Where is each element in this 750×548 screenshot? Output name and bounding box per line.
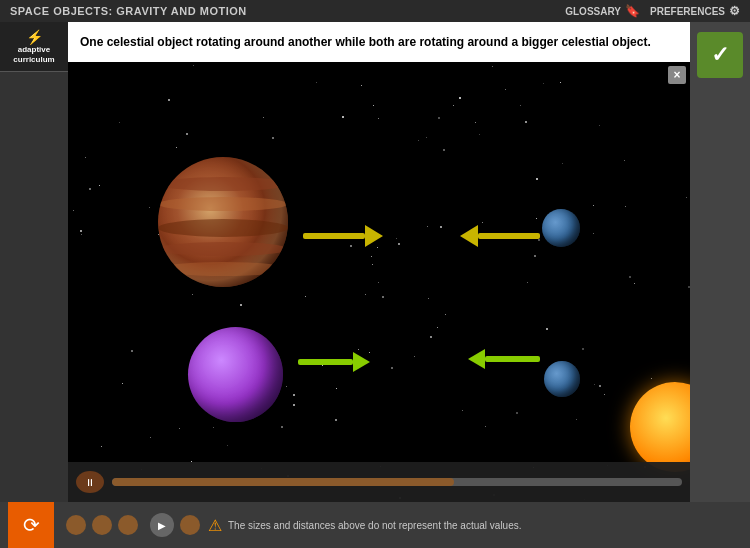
star — [527, 282, 528, 283]
star — [576, 419, 577, 420]
glossary-button[interactable]: GLOSSARY 🔖 — [565, 4, 640, 18]
star — [505, 89, 506, 90]
progress-bar-fill — [112, 478, 454, 486]
sidebar-right: ✓ — [690, 22, 750, 502]
jupiter-planet — [158, 157, 288, 287]
arrow-right-2 — [298, 352, 370, 372]
star — [240, 304, 242, 306]
star — [286, 386, 287, 387]
jupiter-band — [158, 262, 288, 276]
star — [131, 350, 133, 352]
star — [437, 327, 438, 328]
star — [192, 294, 193, 295]
star — [534, 255, 536, 257]
logo-icon: ⚡ — [26, 29, 43, 45]
star — [593, 205, 594, 206]
star — [651, 378, 652, 379]
svg-marker-6 — [468, 349, 485, 369]
animation-container: × — [68, 62, 690, 502]
dot-button-1[interactable] — [66, 515, 86, 535]
star — [624, 160, 625, 161]
star — [213, 427, 214, 428]
star — [371, 256, 372, 257]
star — [372, 264, 373, 265]
star — [430, 336, 432, 338]
star — [335, 419, 337, 421]
star — [418, 140, 419, 141]
small-planet-bottom — [544, 361, 580, 397]
star — [492, 66, 493, 67]
star — [119, 122, 120, 123]
star — [462, 410, 463, 411]
star — [516, 412, 518, 414]
star — [378, 282, 379, 283]
star — [438, 117, 440, 119]
star — [536, 178, 538, 180]
star — [396, 238, 397, 239]
info-bar: One celestial object rotating around ano… — [68, 22, 690, 62]
star — [479, 134, 480, 135]
star — [150, 437, 151, 438]
star — [80, 230, 82, 232]
dot-button-3[interactable] — [118, 515, 138, 535]
jupiter-band — [158, 177, 288, 191]
play-button-bottom[interactable]: ▶ — [150, 513, 174, 537]
star — [625, 206, 626, 207]
star — [281, 426, 283, 428]
star — [99, 185, 100, 186]
star — [582, 348, 584, 350]
preferences-button[interactable]: PREFERENCES ⚙ — [650, 4, 740, 18]
jupiter-band — [158, 197, 288, 211]
star — [391, 367, 393, 369]
star — [305, 296, 306, 297]
sidebar-left: ⚡ adaptive curriculum — [0, 22, 68, 502]
svg-rect-7 — [485, 356, 540, 362]
reset-button[interactable]: ⟳ — [8, 502, 54, 548]
star — [453, 105, 454, 106]
star — [427, 226, 428, 227]
checkmark-button[interactable]: ✓ — [697, 32, 743, 78]
star — [686, 197, 687, 198]
play-pause-button[interactable]: ⏸ — [76, 471, 104, 493]
star — [73, 210, 74, 211]
dot-button-4[interactable] — [180, 515, 200, 535]
star — [594, 384, 595, 385]
star — [485, 426, 486, 427]
star — [475, 122, 476, 123]
svg-marker-1 — [365, 225, 383, 247]
arrow-right-1 — [303, 225, 383, 247]
star — [101, 446, 102, 447]
svg-rect-0 — [303, 233, 365, 239]
star — [543, 83, 544, 84]
star — [186, 133, 188, 135]
content-area: ⚡ adaptive curriculum One celestial obje… — [0, 22, 750, 502]
app-title: SPACE OBJECTS: GRAVITY AND MOTION — [10, 5, 247, 17]
svg-marker-2 — [460, 225, 478, 247]
top-bar: SPACE OBJECTS: GRAVITY AND MOTION GLOSSA… — [0, 0, 750, 22]
close-button[interactable]: × — [668, 66, 686, 84]
star — [81, 234, 82, 235]
star — [426, 137, 427, 138]
star — [634, 283, 635, 284]
logo-area: ⚡ adaptive curriculum — [0, 22, 68, 72]
checkmark-icon: ✓ — [711, 42, 729, 68]
star — [316, 82, 317, 83]
dot-button-2[interactable] — [92, 515, 112, 535]
star — [373, 105, 374, 106]
star — [599, 125, 600, 126]
star — [525, 121, 527, 123]
warning-text: The sizes and distances above do not rep… — [228, 520, 522, 531]
small-planet-top — [542, 209, 580, 247]
jupiter-band — [158, 219, 288, 237]
star — [176, 147, 177, 148]
star — [445, 314, 446, 315]
star — [293, 394, 295, 396]
star — [443, 149, 445, 151]
progress-bar[interactable] — [112, 478, 682, 486]
star — [168, 99, 170, 101]
star — [629, 276, 631, 278]
svg-rect-3 — [478, 233, 540, 239]
star — [342, 116, 344, 118]
starfield — [68, 62, 690, 502]
warning-icon: ⚠ — [208, 516, 222, 535]
